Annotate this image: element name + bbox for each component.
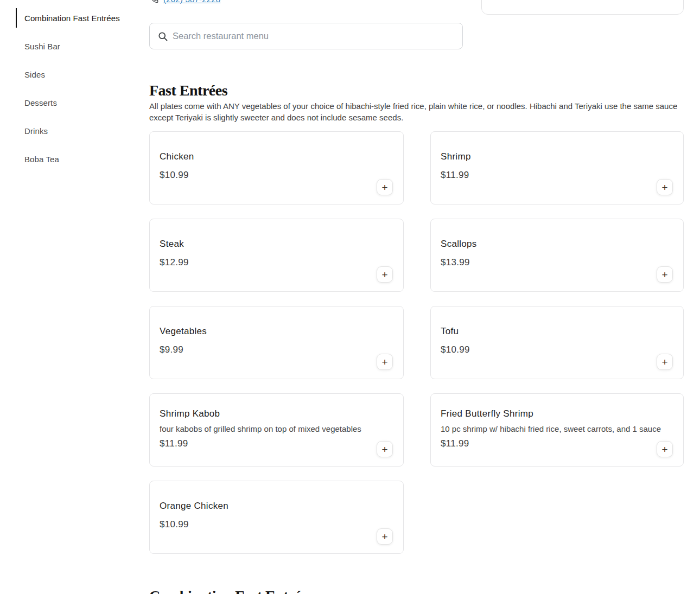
item-price: $10.99 <box>160 170 393 181</box>
item-name: Shrimp <box>441 151 673 162</box>
menu-items-grid: Chicken $10.99 + Shrimp $11.99 + Steak $… <box>149 131 684 554</box>
add-item-button[interactable]: + <box>657 266 673 283</box>
menu-item-card: Scallops $13.99 + <box>430 219 684 292</box>
section-description: All plates come with ANY vegetables of y… <box>149 100 681 123</box>
add-item-button[interactable]: + <box>377 179 393 195</box>
search-icon <box>157 31 168 42</box>
item-price: $13.99 <box>441 257 673 268</box>
menu-item-card: Shrimp $11.99 + <box>430 131 684 205</box>
sidebar-item-label: Desserts <box>24 98 57 107</box>
add-item-button[interactable]: + <box>657 354 673 370</box>
menu-item-card: Steak $12.99 + <box>149 219 404 292</box>
item-name: Fried Butterfly Shrimp <box>441 408 673 419</box>
item-price: $12.99 <box>160 257 393 268</box>
item-name: Vegetables <box>160 326 393 337</box>
item-name: Orange Chicken <box>160 501 393 512</box>
menu-item-card: Shrimp Kabob four kabobs of grilled shri… <box>149 393 404 467</box>
category-list: Combination Fast Entrées Sushi Bar Sides… <box>0 0 149 173</box>
add-item-button[interactable]: + <box>377 354 393 370</box>
item-description: four kabobs of grilled shrimp on top of … <box>160 424 393 435</box>
item-price: $10.99 <box>160 519 393 530</box>
sidebar-item-label: Drinks <box>24 126 48 136</box>
phone-row: (202) 387-2228 <box>150 0 220 4</box>
category-sidebar: Combination Fast Entrées Sushi Bar Sides… <box>0 0 149 594</box>
item-name: Chicken <box>160 151 393 162</box>
item-price: $9.99 <box>160 344 393 355</box>
sidebar-item-boba-tea[interactable]: Boba Tea <box>0 145 149 173</box>
section-title: Fast Entrées <box>149 82 227 99</box>
sidebar-item-label: Sushi Bar <box>24 42 60 51</box>
menu-item-card: Vegetables $9.99 + <box>149 306 404 379</box>
add-item-button[interactable]: + <box>657 179 673 195</box>
item-description: 10 pc shrimp w/ hibachi fried rice, swee… <box>441 424 673 435</box>
sidebar-item-label: Combination Fast Entrées <box>24 14 120 23</box>
sidebar-item-desserts[interactable]: Desserts <box>0 88 149 117</box>
sidebar-item-label: Boba Tea <box>24 155 59 164</box>
cart-panel <box>481 0 684 15</box>
item-name: Tofu <box>441 326 673 337</box>
search-bar <box>149 23 463 49</box>
sidebar-item-combination-fast-entr-es[interactable]: Combination Fast Entrées <box>0 4 149 32</box>
menu-item-card: Chicken $10.99 + <box>149 131 404 205</box>
phone-icon <box>150 0 158 3</box>
phone-link[interactable]: (202) 387-2228 <box>163 0 220 4</box>
search-input[interactable] <box>173 23 455 49</box>
sidebar-item-sides[interactable]: Sides <box>0 60 149 88</box>
sidebar-item-drinks[interactable]: Drinks <box>0 117 149 145</box>
add-item-button[interactable]: + <box>377 441 393 457</box>
item-name: Shrimp Kabob <box>160 408 393 419</box>
menu-item-card: Fried Butterfly Shrimp 10 pc shrimp w/ h… <box>430 393 684 467</box>
next-section-title: Combination Fast Entrées <box>149 587 313 594</box>
menu-item-card: Tofu $10.99 + <box>430 306 684 379</box>
item-price: $10.99 <box>441 344 673 355</box>
item-price: $11.99 <box>441 170 673 181</box>
add-item-button[interactable]: + <box>657 441 673 457</box>
item-price: $11.99 <box>160 438 393 449</box>
item-price: $11.99 <box>441 438 673 449</box>
item-name: Scallops <box>441 239 673 250</box>
menu-item-card: Orange Chicken $10.99 + <box>149 481 404 554</box>
item-name: Steak <box>160 239 393 250</box>
add-item-button[interactable]: + <box>377 266 393 283</box>
sidebar-item-label: Sides <box>24 70 45 79</box>
add-item-button[interactable]: + <box>377 528 393 545</box>
active-indicator-bar <box>16 8 17 28</box>
sidebar-item-sushi-bar[interactable]: Sushi Bar <box>0 32 149 60</box>
